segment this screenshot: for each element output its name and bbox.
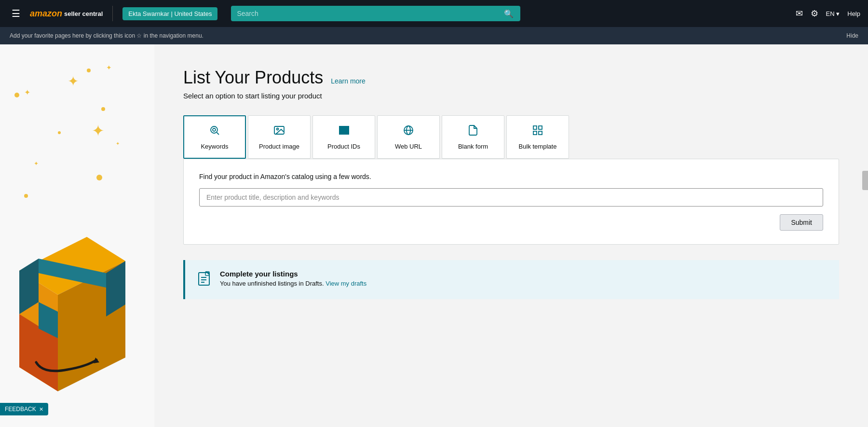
svg-line-10 <box>217 132 219 135</box>
favorites-bar: Add your favorite pages here by clicking… <box>0 27 868 44</box>
blank-form-icon <box>467 124 479 139</box>
dot-decoration <box>24 194 28 198</box>
keyword-search-input[interactable] <box>199 188 823 207</box>
view-drafts-link[interactable]: View my drafts <box>326 280 366 287</box>
star-icon: ✦ <box>68 73 79 89</box>
nav-right-actions: ✉ ⚙ EN ▾ Help <box>796 8 860 19</box>
complete-banner-text: You have unfinished listings in Drafts. … <box>220 280 366 287</box>
draft-edit-icon <box>197 271 212 289</box>
feedback-close-icon[interactable]: ✕ <box>39 406 43 413</box>
svg-rect-26 <box>539 126 542 129</box>
feedback-button[interactable]: FEEDBACK ✕ <box>0 403 48 415</box>
settings-icon[interactable]: ⚙ <box>811 8 818 19</box>
left-illustration: ✦ ✦ ✦ ✦ ✦ ✦ <box>0 44 154 427</box>
submit-button[interactable]: Submit <box>780 214 823 231</box>
svg-rect-21 <box>348 126 349 134</box>
search-button[interactable]: 🔍 <box>497 6 520 21</box>
tab-keywords[interactable]: Keywords <box>183 115 246 159</box>
page-title-row: List Your Products Learn more <box>183 68 839 88</box>
svg-rect-29 <box>199 273 209 285</box>
star-icon: ✦ <box>24 88 30 97</box>
dot-decoration <box>96 175 102 180</box>
search-icon: 🔍 <box>504 10 514 18</box>
svg-point-15 <box>277 128 279 130</box>
nav-divider <box>112 6 113 21</box>
svg-rect-17 <box>341 126 342 134</box>
complete-banner-content: Complete your listings You have unfinish… <box>220 270 366 287</box>
product-ids-icon <box>338 124 350 139</box>
fav-bar-message: Add your favorite pages here by clicking… <box>10 32 203 39</box>
keywords-icon <box>209 124 220 139</box>
tab-keywords-label: Keywords <box>201 143 228 150</box>
tab-bulk-template-label: Bulk template <box>519 143 557 150</box>
svg-rect-28 <box>539 131 542 135</box>
star-icon: ✦ <box>116 141 120 146</box>
help-link[interactable]: Help <box>847 10 860 17</box>
seller-central-text: seller central <box>64 10 103 17</box>
complete-banner-title: Complete your listings <box>220 270 366 278</box>
svg-point-11 <box>213 128 216 131</box>
scroll-handle[interactable] <box>862 171 868 190</box>
listing-tabs: Keywords Product image <box>183 115 839 159</box>
complete-listings-banner: Complete your listings You have unfinish… <box>183 260 839 299</box>
tab-product-image[interactable]: Product image <box>248 115 311 159</box>
right-content: List Your Products Learn more Select an … <box>154 44 868 427</box>
tab-web-url[interactable]: Web URL <box>377 115 440 159</box>
account-switcher[interactable]: Ekta Swarnkar | United States <box>122 7 217 20</box>
dot-decoration <box>14 93 19 97</box>
main-content: ✦ ✦ ✦ ✦ ✦ ✦ <box>0 44 868 427</box>
dot-decoration <box>87 69 91 72</box>
tab-product-ids[interactable]: Product IDs <box>312 115 375 159</box>
star-icon: ✦ <box>34 160 39 167</box>
search-panel-footer: Submit <box>199 214 823 231</box>
logo: amazon seller central <box>30 9 103 19</box>
web-url-icon <box>403 124 414 139</box>
bulk-template-icon <box>532 124 543 139</box>
product-image-icon <box>273 124 285 139</box>
svg-rect-19 <box>345 126 345 134</box>
search-panel-description: Find your product in Amazon's catalog us… <box>199 173 823 180</box>
tab-blank-form-label: Blank form <box>458 143 488 150</box>
svg-rect-25 <box>533 126 537 129</box>
tab-web-url-label: Web URL <box>395 143 422 150</box>
page-subtitle: Select an option to start listing your p… <box>183 92 839 100</box>
tab-product-image-label: Product image <box>259 143 299 150</box>
tab-blank-form[interactable]: Blank form <box>442 115 504 159</box>
tab-product-ids-label: Product IDs <box>327 143 360 150</box>
star-icon: ✦ <box>92 122 105 140</box>
page-title: List Your Products <box>183 68 323 88</box>
box-illustration <box>0 198 130 403</box>
learn-more-link[interactable]: Learn more <box>331 77 366 85</box>
feedback-label: FEEDBACK <box>5 406 36 413</box>
amazon-logo-text: amazon <box>30 9 62 19</box>
svg-rect-18 <box>343 126 344 134</box>
dot-decoration <box>101 107 105 111</box>
svg-rect-16 <box>339 126 340 134</box>
svg-rect-20 <box>346 126 347 134</box>
dot-decoration <box>58 131 61 134</box>
star-icon: ✦ <box>106 64 112 71</box>
language-selector[interactable]: EN ▾ <box>826 10 840 17</box>
search-bar: 🔍 <box>231 6 520 21</box>
hamburger-menu[interactable]: ☰ <box>8 6 24 21</box>
top-nav: ☰ amazon seller central Ekta Swarnkar | … <box>0 0 868 27</box>
hide-bar-button[interactable]: Hide <box>846 32 858 39</box>
search-panel: Find your product in Amazon's catalog us… <box>183 159 839 245</box>
mail-icon[interactable]: ✉ <box>796 8 803 19</box>
svg-rect-27 <box>533 131 537 135</box>
svg-point-9 <box>211 126 217 133</box>
search-input[interactable] <box>231 6 497 21</box>
tab-bulk-template[interactable]: Bulk template <box>506 115 569 159</box>
